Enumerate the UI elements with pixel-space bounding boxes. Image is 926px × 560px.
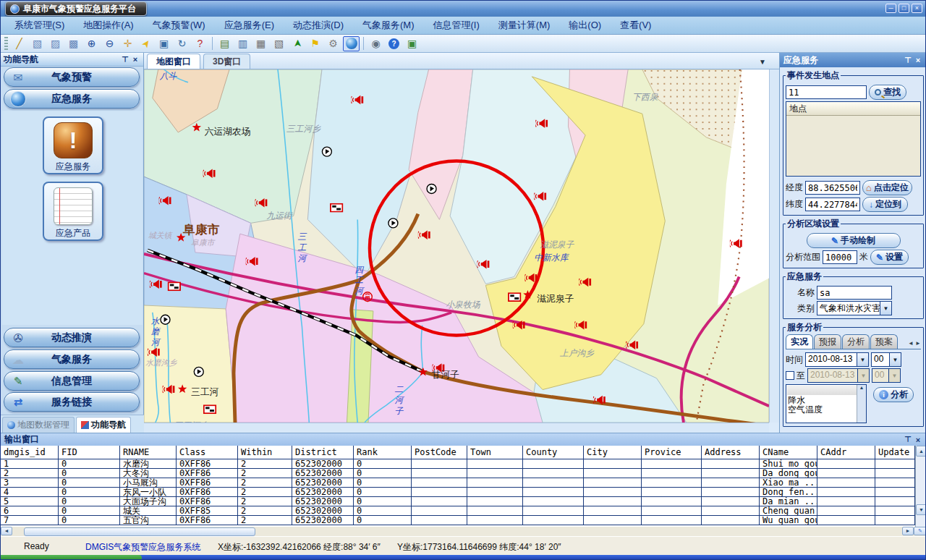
map-canvas[interactable]: 六运湖农场三工河乡下西泉九运街阜康市城关镇阜康市滋泥泉子中新水库小泉牧场滋泥泉子… (144, 69, 769, 423)
column-header[interactable]: Address (702, 446, 760, 459)
export-image-icon[interactable]: ▥ (234, 36, 251, 51)
longitude-input[interactable] (805, 181, 860, 195)
scroll-right-icon[interactable]: ► (902, 527, 914, 535)
column-header[interactable]: FID (59, 446, 120, 459)
column-header[interactable]: Update (875, 446, 915, 459)
full-extent-icon[interactable]: ▣ (156, 36, 172, 51)
edit-pencil-icon[interactable]: ✎ (914, 527, 926, 535)
scroll-left-icon[interactable]: ◄ (1, 527, 12, 535)
analyze-button[interactable]: i 分析 (873, 387, 914, 402)
nav-tab-map-data[interactable]: 地图数据管理 (2, 417, 75, 433)
pin-marker-icon[interactable]: ⚑ (307, 36, 323, 51)
select-rectangle-icon[interactable]: ▨ (47, 36, 64, 51)
tab-scroll-arrows-icon[interactable]: ◄ ► (908, 340, 921, 347)
menu-item[interactable]: 气象预警(W) (143, 17, 215, 33)
column-header[interactable]: PostCode (412, 446, 467, 459)
analysis-range-input[interactable] (823, 250, 857, 264)
menu-item[interactable]: 测量计算(M) (489, 17, 560, 33)
nav-pin-icon[interactable]: ⊤ (120, 55, 130, 64)
range-set-button[interactable]: ✎ 设置 (870, 250, 909, 265)
column-header[interactable]: CName (760, 446, 817, 459)
column-header[interactable]: County (523, 446, 584, 459)
zoom-out-icon[interactable]: ⊖ (101, 36, 118, 51)
click-locate-button[interactable]: ⌂ 点击定位 (862, 180, 912, 195)
map-tab-dropdown-icon[interactable]: ▼ (759, 58, 766, 66)
table-row[interactable]: 40东风一小队0XFF8626523020000Dong fen... (1, 488, 915, 497)
sidebar-item-mail[interactable]: ✉气象预警 (4, 67, 140, 87)
column-header[interactable]: Provice (642, 446, 702, 459)
scroll-up-icon[interactable]: ▲ (916, 446, 926, 457)
service-type-select[interactable]: 气象和洪水灾害 ▼ (817, 301, 892, 315)
sidebar-item-film[interactable]: ✇动态推演 (4, 328, 140, 347)
hscroll-thumb[interactable] (24, 527, 255, 536)
nav-tab-function-nav[interactable]: 功能导航 (76, 417, 131, 433)
menu-item[interactable]: 动态推演(D) (284, 17, 353, 33)
sidebar-item-cloud[interactable]: ☁气象服务 (4, 349, 140, 369)
layer-listbox[interactable]: 降水空气温度 ▲ (786, 384, 867, 423)
emergency-close-icon[interactable]: × (913, 56, 923, 64)
print-icon[interactable]: ▦ (252, 36, 269, 51)
column-header[interactable]: Within (238, 446, 292, 459)
scroll-down-icon[interactable]: ▼ (916, 504, 926, 515)
export-view-icon[interactable]: ▣ (404, 36, 420, 51)
menu-item[interactable]: 查看(V) (611, 17, 660, 33)
location-search-button[interactable]: 查找 (869, 85, 906, 100)
column-header[interactable]: District (292, 446, 354, 459)
globe-tool-icon[interactable] (343, 36, 360, 51)
eye-icon[interactable]: ◉ (368, 36, 384, 51)
close-button[interactable]: × (912, 4, 922, 13)
sidebar-item-info[interactable]: ✎信息管理 (4, 371, 140, 391)
sidebar-item-globe[interactable]: 应急服务 (4, 89, 140, 109)
column-header[interactable]: Rank (354, 446, 412, 459)
menu-item[interactable]: 输出(O) (559, 17, 611, 33)
menu-item[interactable]: 应急服务(E) (215, 17, 284, 33)
goto-location-button[interactable]: ↓ 定位到 (862, 197, 908, 212)
column-header[interactable]: City (584, 446, 642, 459)
maximize-button[interactable]: □ (899, 4, 909, 13)
column-header[interactable]: CAddr (817, 446, 875, 459)
select-polygon-icon[interactable]: ▧ (29, 36, 46, 51)
pan-icon[interactable]: ✛ (119, 36, 136, 51)
menu-item[interactable]: 系统管理(S) (5, 17, 74, 33)
sidebar-item-link[interactable]: ⇄服务链接 (4, 392, 140, 412)
map-vertical-scrollbar[interactable] (769, 69, 779, 423)
date-from-select[interactable]: 2010-08-13 ▼ (805, 352, 869, 367)
select-feature-icon[interactable]: ▩ (65, 36, 82, 51)
output-pin-icon[interactable]: ⊤ (903, 435, 913, 444)
analysis-tab[interactable]: 分析 (842, 334, 870, 349)
analysis-tab[interactable]: 实况 (786, 334, 813, 349)
toolbar-grip[interactable] (4, 37, 8, 50)
latitude-input[interactable] (805, 198, 860, 211)
zoom-in-icon[interactable]: ⊕ (83, 36, 100, 51)
green-cursor-icon[interactable]: ➤ (289, 36, 305, 51)
measure-icon[interactable]: ╱ (11, 36, 27, 51)
emergency-service-button[interactable]: !应急服务 (43, 116, 103, 174)
help-icon[interactable]: ? (386, 36, 402, 51)
map-tab[interactable]: 3D窗口 (203, 54, 250, 69)
emergency-pin-icon[interactable]: ⊤ (903, 56, 913, 65)
table-row[interactable]: 30小马厩沟0XFF8626523020000Xiao ma ... (1, 478, 915, 488)
to-checkbox[interactable] (786, 371, 794, 380)
location-search-input[interactable] (786, 85, 867, 99)
print-setup-icon[interactable]: ▧ (271, 36, 287, 51)
listbox-scrollbar[interactable]: ▲ (857, 385, 866, 423)
column-header[interactable]: RNAME (120, 446, 177, 459)
map-image-icon[interactable]: ▤ (216, 36, 233, 51)
settings-gear-icon[interactable]: ⚙ (325, 36, 341, 51)
output-horizontal-scrollbar[interactable]: ◄ ► ✎ (1, 527, 926, 537)
menu-item[interactable]: 地图操作(A) (74, 17, 143, 33)
nav-close-icon[interactable]: × (130, 55, 140, 64)
refresh-icon[interactable]: ↻ (174, 36, 190, 51)
hour-from-select[interactable]: 00 ▼ (871, 352, 901, 367)
column-header[interactable]: Class (177, 446, 238, 459)
minimize-button[interactable]: ─ (885, 4, 896, 13)
column-header[interactable]: Town (467, 446, 523, 459)
menu-item[interactable]: 信息管理(I) (424, 17, 489, 33)
table-row[interactable]: 10水磨沟0XFF8626523020000Shui mo gou (1, 459, 915, 469)
analysis-tab[interactable]: 预报 (814, 334, 841, 349)
analysis-tab[interactable]: 预案 (870, 334, 898, 349)
column-header[interactable]: dmgis_id (1, 446, 59, 459)
manual-draw-button[interactable]: ✎ 手动绘制 (807, 233, 901, 248)
layer-list-item[interactable]: 空气温度 (786, 405, 866, 415)
table-row[interactable]: 50大面场子沟0XFF8626523020000Da mian ... (1, 497, 915, 506)
